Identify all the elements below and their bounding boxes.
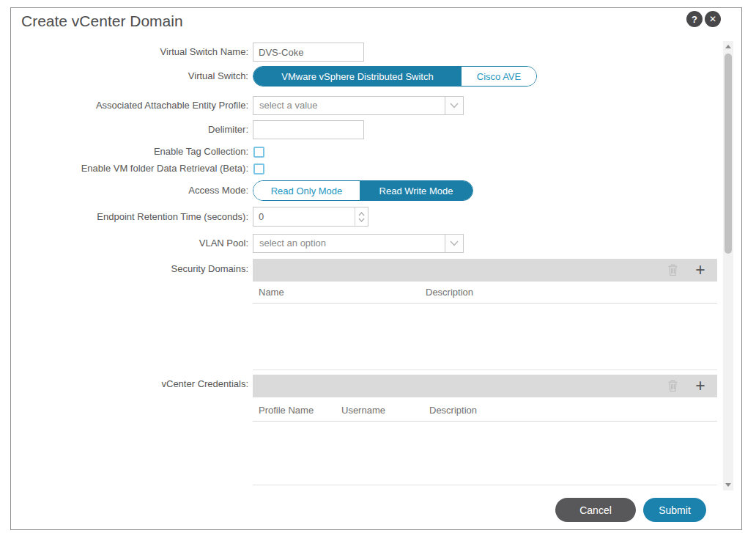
virtual-switch-name-label: Virtual Switch Name:	[11, 46, 248, 58]
security-domains-header-divider	[253, 303, 717, 304]
access-mode-label: Access Mode:	[11, 185, 248, 196]
scroll-up-arrow-icon[interactable]	[725, 45, 731, 48]
security-domains-col-description: Description	[426, 287, 473, 298]
cancel-button[interactable]: Cancel	[555, 498, 636, 522]
aep-dropdown[interactable]: select a value	[253, 96, 464, 115]
vcenter-credentials-col-username: Username	[341, 405, 385, 416]
enable-tag-collection-checkbox[interactable]	[253, 147, 264, 158]
virtual-switch-label: Virtual Switch:	[11, 70, 248, 82]
vcenter-credentials-toolbar: +	[253, 375, 717, 397]
vcenter-credentials-col-profile-name: Profile Name	[259, 405, 314, 416]
vcenter-credentials-col-description: Description	[429, 405, 477, 416]
virtual-switch-option-cisco-ave[interactable]: Cisco AVE	[462, 67, 536, 86]
dialog-title: Create vCenter Domain	[21, 12, 183, 30]
vertical-scrollbar[interactable]	[723, 41, 733, 490]
close-button[interactable]: ✕	[705, 11, 721, 27]
delimiter-label: Delimiter:	[11, 124, 248, 136]
security-domains-col-name: Name	[259, 287, 284, 298]
access-mode-option-read-write[interactable]: Read Write Mode	[360, 181, 472, 200]
virtual-switch-option-cisco-ave-label: Cisco AVE	[477, 71, 521, 82]
screen: Create vCenter Domain ? ✕ Virtual Switch…	[0, 0, 756, 533]
virtual-switch-option-vmware-label: VMware vSphere Distributed Switch	[281, 71, 433, 82]
vcenter-credentials-header-divider	[253, 421, 717, 422]
aep-dropdown-value: select a value	[253, 97, 445, 114]
security-domains-toolbar: +	[253, 259, 717, 282]
endpoint-retention-spinner[interactable]: 0	[253, 207, 368, 227]
trash-icon[interactable]	[666, 379, 679, 393]
endpoint-retention-value: 0	[253, 207, 355, 226]
vlan-pool-dropdown-value: select an option	[253, 235, 445, 252]
help-button[interactable]: ?	[686, 11, 703, 27]
spinner-up-down-icon[interactable]	[355, 207, 368, 226]
submit-button[interactable]: Submit	[643, 498, 706, 522]
vcenter-credentials-table-bottom	[253, 485, 717, 485]
create-vcenter-domain-dialog: Create vCenter Domain ? ✕ Virtual Switch…	[10, 7, 742, 530]
virtual-switch-toggle: VMware vSphere Distributed Switch Cisco …	[253, 66, 537, 87]
endpoint-retention-label: Endpoint Retention Time (seconds):	[11, 211, 248, 223]
plus-icon[interactable]: +	[694, 379, 707, 393]
enable-vm-folder-checkbox[interactable]	[253, 163, 264, 174]
vlan-pool-dropdown[interactable]: select an option	[253, 234, 464, 253]
vlan-pool-label: VLAN Pool:	[11, 238, 248, 249]
scrollbar-thumb[interactable]	[724, 54, 732, 254]
security-domains-table-bottom	[253, 370, 717, 370]
access-mode-read-only-label: Read Only Mode	[271, 185, 343, 196]
access-mode-read-write-label: Read Write Mode	[379, 185, 453, 196]
scroll-down-arrow-icon[interactable]	[725, 483, 731, 487]
virtual-switch-option-vmware[interactable]: VMware vSphere Distributed Switch	[253, 67, 462, 86]
chevron-down-icon	[445, 235, 463, 252]
help-icon: ?	[692, 14, 697, 25]
delimiter-input[interactable]	[253, 120, 364, 139]
virtual-switch-name-input[interactable]	[253, 43, 364, 62]
access-mode-option-read-only[interactable]: Read Only Mode	[253, 181, 360, 200]
chevron-down-icon	[445, 97, 463, 114]
trash-icon[interactable]	[666, 263, 679, 277]
vcenter-credentials-label: vCenter Credentials:	[11, 378, 248, 390]
plus-glyph: +	[695, 379, 705, 393]
security-domains-label: Security Domains:	[11, 263, 248, 275]
access-mode-toggle: Read Only Mode Read Write Mode	[253, 180, 473, 201]
enable-vm-folder-label: Enable VM folder Data Retrieval (Beta):	[11, 163, 248, 174]
close-icon: ✕	[709, 14, 716, 24]
plus-icon[interactable]: +	[694, 263, 707, 277]
plus-glyph: +	[695, 263, 705, 277]
aep-label: Associated Attachable Entity Profile:	[11, 100, 248, 111]
enable-tag-collection-label: Enable Tag Collection:	[11, 146, 248, 158]
